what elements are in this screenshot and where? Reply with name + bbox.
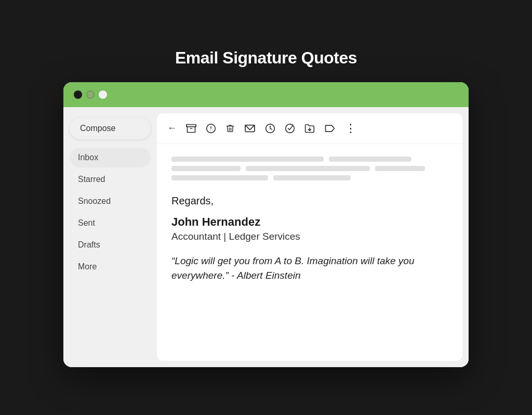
- toolbar: ←: [157, 113, 462, 144]
- sidebar: Compose Inbox Starred Snoozed Sent Draft…: [63, 107, 157, 367]
- snooze-icon[interactable]: [265, 123, 275, 134]
- traffic-light-minimize[interactable]: [86, 90, 95, 99]
- label-icon[interactable]: [324, 124, 336, 133]
- archive-icon[interactable]: [186, 123, 196, 134]
- main-content: ←: [157, 113, 462, 361]
- sidebar-item-inbox[interactable]: Inbox: [70, 148, 151, 167]
- browser-titlebar: [63, 82, 469, 107]
- sidebar-item-drafts[interactable]: Drafts: [70, 235, 151, 255]
- sidebar-item-sent[interactable]: Sent: [70, 213, 151, 233]
- compose-button[interactable]: Compose: [70, 118, 151, 139]
- svg-rect-0: [187, 124, 196, 126]
- email-placeholder-lines: [171, 157, 448, 180]
- browser-body: Compose Inbox Starred Snoozed Sent Draft…: [63, 107, 469, 367]
- delete-icon[interactable]: [225, 123, 235, 134]
- sidebar-item-more[interactable]: More: [70, 257, 151, 277]
- more-options-icon[interactable]: ⋮: [345, 122, 356, 135]
- sender-name: John Hernandez: [171, 215, 448, 229]
- page-title: Email Signature Quotes: [175, 48, 357, 68]
- sidebar-item-starred[interactable]: Starred: [70, 170, 151, 189]
- signature-quote: “Logic will get you from A to B. Imagina…: [171, 254, 448, 283]
- task-icon[interactable]: [285, 123, 295, 134]
- mark-icon[interactable]: [244, 124, 256, 133]
- regards-text: Regards,: [171, 195, 448, 207]
- sidebar-item-snoozed[interactable]: Snoozed: [70, 191, 151, 211]
- signature-block: Regards, John Hernandez Accountant | Led…: [171, 195, 448, 283]
- traffic-light-maximize[interactable]: [99, 90, 107, 99]
- report-icon[interactable]: [206, 123, 216, 134]
- sender-title: Accountant | Ledger Services: [171, 231, 448, 242]
- traffic-light-close[interactable]: [74, 90, 82, 99]
- move-icon[interactable]: [304, 123, 315, 134]
- back-icon[interactable]: ←: [167, 123, 177, 134]
- browser-window: Compose Inbox Starred Snoozed Sent Draft…: [63, 82, 469, 367]
- email-body: Regards, John Hernandez Accountant | Led…: [157, 144, 462, 361]
